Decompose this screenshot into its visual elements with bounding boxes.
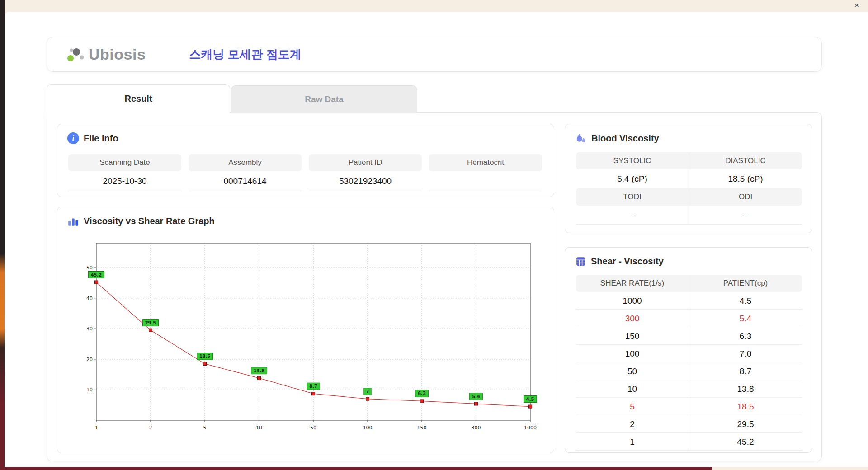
svg-text:5.4: 5.4 xyxy=(472,394,480,399)
patient-cell: 5.4 xyxy=(689,310,802,327)
patient-column-header: PATIENT(cp) xyxy=(689,275,802,292)
svg-text:1000: 1000 xyxy=(524,425,537,431)
close-button[interactable]: × xyxy=(852,0,862,10)
diastolic-value: 18.5 (cP) xyxy=(689,169,802,188)
table-row: 2 29.5 xyxy=(576,415,802,433)
table-row: 300 5.4 xyxy=(576,310,802,327)
table-row: – – xyxy=(576,206,802,225)
ubiosis-logo: Ubiosis xyxy=(65,45,146,64)
svg-text:150: 150 xyxy=(417,425,427,431)
viscosity-chart-svg: 10203040501251050100150300100045.229.518… xyxy=(75,236,538,445)
patient-cell: 13.8 xyxy=(689,380,802,398)
rate-cell: 100 xyxy=(576,345,689,362)
file-info-title: File Info xyxy=(84,133,118,144)
odi-header: ODI xyxy=(689,188,802,206)
blood-viscosity-title: Blood Viscosity xyxy=(591,133,659,144)
table-row: 5 18.5 xyxy=(576,398,802,415)
patient-cell: 8.7 xyxy=(689,362,802,380)
svg-text:29.5: 29.5 xyxy=(145,320,156,325)
rate-cell: 2 xyxy=(576,415,689,433)
svg-text:300: 300 xyxy=(472,425,481,431)
table-row: 100 7.0 xyxy=(576,345,802,362)
svg-text:20: 20 xyxy=(86,357,93,362)
blood-viscosity-header: Blood Viscosity xyxy=(575,132,659,144)
field-patient-id: Patient ID 53021923400 xyxy=(309,154,422,191)
svg-text:1: 1 xyxy=(95,425,98,431)
table-row: SYSTOLIC DIASTOLIC xyxy=(576,152,802,169)
patient-cell: 29.5 xyxy=(689,415,802,433)
table-row: 1000 4.5 xyxy=(576,292,802,310)
table-row: 10 13.8 xyxy=(576,380,802,398)
main-panel: i File Info Scanning Date 2025-10-30 Ass… xyxy=(47,112,822,461)
tab-result[interactable]: Result xyxy=(47,84,230,113)
svg-text:30: 30 xyxy=(86,326,93,332)
field-value: 53021923400 xyxy=(309,171,422,191)
svg-text:10: 10 xyxy=(256,425,262,431)
table-row: 150 6.3 xyxy=(576,327,802,345)
tab-raw-data[interactable]: Raw Data xyxy=(231,85,417,113)
shear-viscosity-table: SHEAR RATE(1/s) PATIENT(cp) 1000 4.5 300… xyxy=(576,275,802,451)
svg-text:5: 5 xyxy=(203,425,207,431)
field-label: Assembly xyxy=(189,154,302,171)
table-row: 1 45.2 xyxy=(576,433,802,451)
systolic-value: 5.4 (cP) xyxy=(576,169,689,188)
graph-header: Viscosity vs Shear Rate Graph xyxy=(67,215,215,227)
rate-cell: 300 xyxy=(576,310,689,327)
app-header: Ubiosis 스캐닝 모세관 점도계 xyxy=(47,37,822,72)
field-hematocrit: Hematocrit xyxy=(429,154,542,191)
diastolic-header: DIASTOLIC xyxy=(689,152,802,169)
field-value: 000714614 xyxy=(189,171,302,191)
rate-cell: 1000 xyxy=(576,292,689,310)
svg-text:7: 7 xyxy=(366,389,369,394)
svg-text:18.5: 18.5 xyxy=(199,354,211,359)
desktop-background: × Ubiosis 스캐닝 모세관 점도계 Result Raw Data xyxy=(0,0,868,470)
rate-cell: 150 xyxy=(576,327,689,345)
background-left-edge xyxy=(0,0,5,470)
svg-text:6.3: 6.3 xyxy=(418,391,426,396)
bar-chart-icon xyxy=(67,215,79,227)
background-bottom-edge xyxy=(0,467,712,470)
shear-rate-column-header: SHEAR RATE(1/s) xyxy=(576,275,689,292)
viscosity-chart: 10203040501251050100150300100045.229.518… xyxy=(75,236,538,445)
shear-viscosity-title: Shear - Viscosity xyxy=(591,256,664,267)
file-info-card: i File Info Scanning Date 2025-10-30 Ass… xyxy=(57,124,554,197)
table-row: 5.4 (cP) 18.5 (cP) xyxy=(576,169,802,188)
logo-text: Ubiosis xyxy=(89,46,146,63)
todi-value: – xyxy=(576,206,689,225)
field-value: 2025-10-30 xyxy=(68,171,181,191)
patient-cell: 45.2 xyxy=(689,433,802,451)
field-label: Patient ID xyxy=(309,154,422,171)
svg-text:10: 10 xyxy=(86,387,93,393)
patient-cell: 6.3 xyxy=(689,327,802,345)
rate-cell: 5 xyxy=(576,398,689,415)
file-info-header: i File Info xyxy=(67,132,118,144)
svg-text:2: 2 xyxy=(149,425,152,431)
patient-cell: 18.5 xyxy=(689,398,802,415)
graph-title: Viscosity vs Shear Rate Graph xyxy=(84,216,215,226)
field-label: Scanning Date xyxy=(68,154,181,171)
blood-viscosity-card: Blood Viscosity SYSTOLIC DIASTOLIC 5.4 (… xyxy=(565,124,812,233)
blood-viscosity-table: SYSTOLIC DIASTOLIC 5.4 (cP) 18.5 (cP) TO… xyxy=(576,152,802,225)
field-scanning-date: Scanning Date 2025-10-30 xyxy=(68,154,181,191)
field-label: Hematocrit xyxy=(429,154,542,171)
info-icon: i xyxy=(67,132,79,144)
svg-text:8.7: 8.7 xyxy=(309,384,317,389)
svg-text:45.2: 45.2 xyxy=(91,273,102,277)
patient-cell: 7.0 xyxy=(689,345,802,362)
svg-text:4.5: 4.5 xyxy=(526,397,534,402)
systolic-header: SYSTOLIC xyxy=(576,152,689,169)
odi-value: – xyxy=(689,206,802,225)
rate-cell: 1 xyxy=(576,433,689,451)
patient-cell: 4.5 xyxy=(689,292,802,310)
viscosity-graph-card: Viscosity vs Shear Rate Graph 1020304050… xyxy=(57,207,554,453)
table-row: TODI ODI xyxy=(576,188,802,206)
table-header-row: SHEAR RATE(1/s) PATIENT(cp) xyxy=(576,275,802,292)
field-value xyxy=(429,171,542,191)
field-assembly: Assembly 000714614 xyxy=(189,154,302,191)
svg-text:50: 50 xyxy=(310,425,316,431)
table-grid-icon xyxy=(575,256,586,267)
svg-text:50: 50 xyxy=(86,265,93,271)
droplets-icon xyxy=(575,132,587,144)
logo-dots-icon xyxy=(65,45,86,64)
table-row: 50 8.7 xyxy=(576,362,802,380)
